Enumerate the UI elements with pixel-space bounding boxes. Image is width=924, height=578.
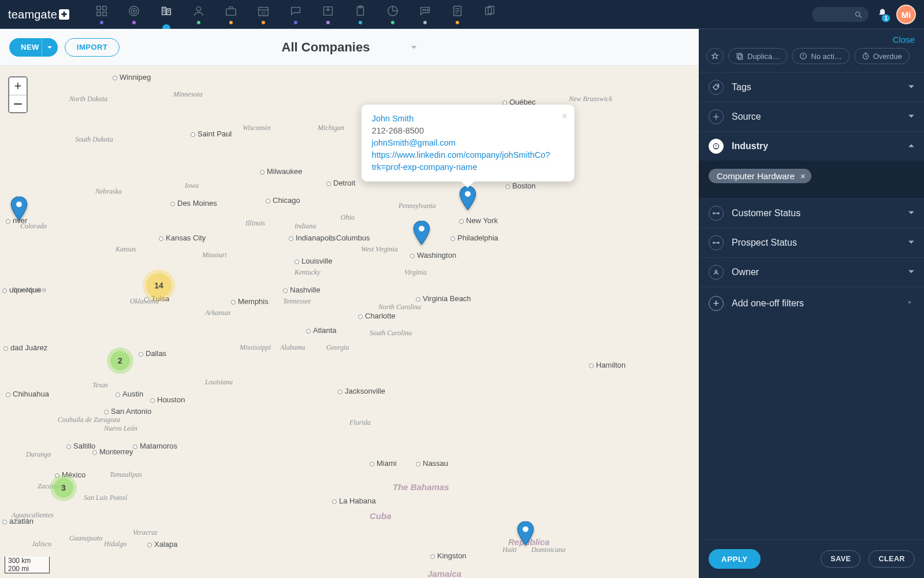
new-button-label: NEW (21, 43, 39, 51)
chip-favorites[interactable] (706, 48, 724, 64)
cluster-count: 3 (61, 483, 66, 492)
map-state-label: Guanajuato (69, 534, 102, 543)
map-state-label: Kansas (116, 245, 136, 254)
map-city-label: Hamilton (589, 361, 625, 369)
map-popup: × John Smith 212-268-8500 johnSmith@gmai… (362, 105, 575, 181)
scale-km: 300 km (5, 557, 50, 565)
nav-people[interactable] (182, 0, 215, 24)
chip-noactions[interactable]: No acti… (792, 48, 849, 64)
svg-rect-2 (97, 12, 100, 16)
star-icon (711, 52, 719, 60)
map-city-label: Charlotte (358, 312, 396, 320)
close-panel-link[interactable]: Close (893, 35, 915, 45)
map-pin[interactable] (413, 221, 430, 245)
map[interactable]: MinnesotaWisconsinMichiganNorth DakotaSo… (0, 66, 699, 578)
svg-point-42 (803, 57, 804, 58)
filter-tags[interactable]: Tags (699, 72, 924, 102)
popup-url-link[interactable]: trk=prof-exp-company-name (372, 161, 550, 173)
map-pin[interactable] (517, 521, 534, 546)
zoom-in-button[interactable]: + (9, 77, 27, 95)
nav-target[interactable] (118, 0, 150, 24)
zoom-out-button[interactable]: − (9, 95, 27, 112)
popup-email-link[interactable]: johnSmith@gmail.com (372, 137, 550, 149)
nav-feed[interactable] (409, 0, 441, 24)
nav-quotes[interactable] (441, 0, 474, 24)
clock-icon (862, 52, 870, 60)
global-search[interactable] (812, 7, 869, 22)
map-cluster[interactable]: 2 (110, 351, 130, 370)
import-button-label: IMPORT (77, 43, 108, 51)
gear-icon (904, 297, 915, 307)
filter-settings-button[interactable] (904, 297, 915, 310)
map-pin[interactable] (10, 197, 28, 221)
user-avatar[interactable]: Mi (896, 5, 916, 24)
map-city-label: Boston (505, 181, 535, 190)
nav-companies[interactable] (150, 0, 182, 24)
filter-prospect-status[interactable]: Prospect Status (699, 228, 924, 257)
filter-customer-status[interactable]: Customer Status (699, 198, 924, 228)
industry-tag-label: Computer Hardware (717, 171, 795, 181)
filter-source[interactable]: Source (699, 102, 924, 131)
popup-url-link[interactable]: https://www.linkedin.com/company/johSmit… (372, 149, 550, 161)
popup-name-link[interactable]: John Smith (372, 113, 550, 125)
svg-point-4 (129, 6, 139, 16)
popup-close-button[interactable]: × (562, 109, 567, 123)
svg-rect-1 (103, 6, 106, 10)
map-city-label: azatlán (2, 517, 33, 525)
map-city-label: Matamoros (133, 442, 177, 450)
map-state-label: Minnesota (173, 90, 203, 99)
map-state-label: Florida (349, 418, 371, 427)
nav-chat[interactable] (280, 0, 312, 24)
svg-point-6 (133, 10, 135, 12)
apply-button[interactable]: APPLY (709, 549, 761, 569)
map-state-label: Missouri (202, 251, 227, 260)
apply-label: APPLY (721, 555, 748, 564)
nav-files[interactable] (344, 0, 377, 24)
nav-inbox[interactable] (312, 0, 344, 24)
map-city-label: Washington (410, 251, 456, 260)
import-button[interactable]: IMPORT (65, 38, 120, 57)
clear-button[interactable]: CLEAR (869, 550, 915, 568)
nav-dashboard[interactable] (85, 0, 118, 24)
scale-mi: 200 mi (5, 565, 50, 573)
svg-point-35 (419, 226, 424, 232)
person-icon (192, 5, 205, 17)
list-title-dropdown[interactable]: All Companies (282, 40, 418, 55)
map-cluster[interactable]: 3 (54, 478, 73, 498)
map-city-label: New York (459, 216, 498, 225)
nav-reports[interactable] (377, 0, 409, 24)
svg-point-32 (856, 12, 860, 16)
map-city-label: Chihuahua (6, 390, 49, 398)
map-state-label: South Carolina (370, 329, 412, 338)
svg-point-24 (425, 9, 426, 10)
new-dropdown-button[interactable] (42, 38, 58, 57)
owner-icon (712, 268, 720, 276)
add-oneoff-filters[interactable]: + Add one-off filters (699, 287, 924, 319)
svg-point-45 (715, 116, 717, 118)
notifications-button[interactable]: 1 (877, 8, 888, 21)
save-button[interactable]: SAVE (821, 550, 860, 568)
nav-calendar[interactable]: 22 (247, 0, 280, 24)
map-state-label: Wisconsin (243, 124, 271, 132)
chip-overdue[interactable]: Overdue (854, 48, 910, 64)
status-icon (712, 239, 720, 247)
chip-duplicates[interactable]: Duplica… (728, 48, 787, 64)
map-cluster[interactable]: 14 (146, 273, 172, 298)
filter-label: Source (732, 112, 761, 122)
map-state-label: West Virginia (361, 245, 398, 254)
companies-icon (160, 5, 173, 17)
doc-icon (451, 5, 464, 17)
nav-more[interactable] (474, 0, 506, 24)
clipboard-icon (354, 5, 367, 17)
filter-industry[interactable]: Industry Computer Hardware × (699, 131, 924, 198)
nav-deals[interactable] (215, 0, 247, 24)
map-state-label: Durango (26, 450, 51, 459)
map-scale: 300 km 200 mi (5, 557, 50, 573)
map-city-label: dad Juárez (3, 343, 47, 352)
filter-owner[interactable]: Owner (699, 257, 924, 287)
map-pin-active[interactable] (459, 186, 476, 210)
brand-logo[interactable]: teamgate ✚ (8, 8, 69, 21)
map-state-label: Iowa (185, 181, 199, 190)
remove-tag-button[interactable]: × (800, 171, 806, 181)
map-country-label: The Bahamas (393, 482, 449, 492)
